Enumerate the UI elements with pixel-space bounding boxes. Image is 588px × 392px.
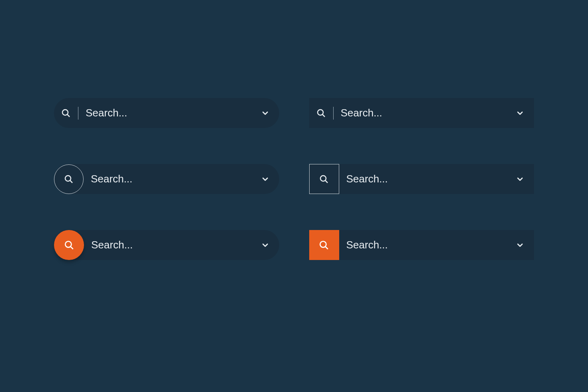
search-bar-pill-circle-filled: [54, 230, 279, 260]
search-input[interactable]: [334, 107, 506, 119]
search-bar-rect-square-filled: [309, 230, 534, 260]
svg-point-4: [65, 176, 71, 181]
svg-line-11: [325, 246, 328, 249]
svg-line-5: [70, 180, 72, 183]
dropdown-toggle[interactable]: [506, 109, 534, 118]
dropdown-toggle[interactable]: [251, 241, 279, 250]
search-icon: [64, 240, 74, 250]
search-button[interactable]: [54, 230, 84, 260]
svg-point-10: [320, 241, 326, 247]
search-icon[interactable]: [309, 164, 339, 194]
search-icon: [319, 240, 329, 250]
svg-point-6: [320, 176, 326, 181]
search-bar-pill-circle-outline: [54, 164, 279, 194]
search-input[interactable]: [84, 173, 251, 185]
dropdown-toggle[interactable]: [251, 175, 279, 184]
search-bar-rect-square-outline: [309, 164, 534, 194]
svg-line-7: [325, 180, 328, 183]
dropdown-toggle[interactable]: [506, 241, 534, 250]
search-input[interactable]: [339, 239, 506, 251]
svg-point-8: [65, 241, 71, 247]
search-button[interactable]: [309, 230, 339, 260]
search-bar-rect-inline: [309, 98, 534, 128]
search-bar-pill-inline: [54, 98, 279, 128]
svg-line-1: [67, 114, 70, 117]
chevron-down-icon: [516, 241, 524, 250]
search-input[interactable]: [84, 239, 251, 251]
chevron-down-icon: [516, 109, 524, 118]
search-icon[interactable]: [309, 98, 333, 128]
chevron-down-icon: [261, 175, 270, 184]
search-input[interactable]: [78, 107, 251, 119]
search-icon[interactable]: [54, 98, 78, 128]
dropdown-toggle[interactable]: [251, 109, 279, 118]
dropdown-toggle[interactable]: [506, 175, 534, 184]
svg-point-2: [318, 110, 323, 115]
search-icon[interactable]: [54, 164, 84, 194]
svg-point-0: [62, 110, 68, 115]
svg-line-9: [70, 246, 73, 249]
search-input[interactable]: [339, 173, 506, 185]
svg-line-3: [322, 114, 325, 117]
chevron-down-icon: [261, 109, 270, 118]
chevron-down-icon: [261, 241, 270, 250]
chevron-down-icon: [516, 175, 524, 184]
